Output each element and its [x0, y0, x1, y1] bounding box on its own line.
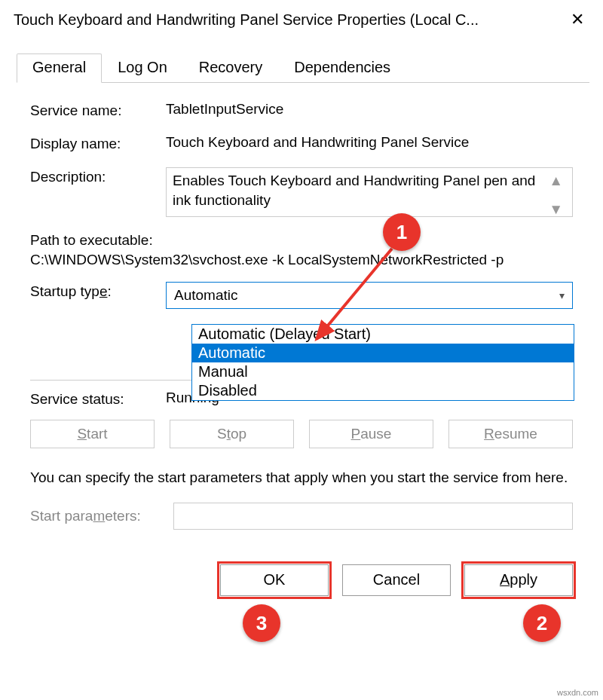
description-label: Description:: [30, 167, 166, 185]
tab-recovery[interactable]: Recovery: [183, 53, 278, 83]
startup-type-label: Startup type:: [30, 282, 166, 300]
dropdown-option-manual[interactable]: Manual: [192, 362, 574, 381]
startup-type-combo[interactable]: Automatic ▾: [166, 282, 573, 309]
close-icon[interactable]: ✕: [562, 11, 592, 28]
scroll-down-icon[interactable]: ▼: [549, 201, 563, 218]
cancel-button[interactable]: Cancel: [342, 564, 451, 596]
tab-general[interactable]: General: [17, 53, 102, 83]
start-button[interactable]: Start: [30, 420, 155, 448]
service-name-label: Service name:: [30, 101, 166, 119]
display-name-value: Touch Keyboard and Handwriting Panel Ser…: [166, 134, 573, 151]
dropdown-option-disabled[interactable]: Disabled: [192, 381, 574, 400]
ok-button[interactable]: OK: [220, 564, 329, 596]
description-box: Enables Touch Keyboard and Handwriting P…: [166, 167, 573, 217]
pause-button[interactable]: Pause: [309, 420, 433, 448]
scroll-up-icon[interactable]: ▲: [549, 173, 563, 189]
dialog-button-row: OK Cancel Apply: [0, 537, 603, 596]
display-name-label: Display name:: [30, 134, 166, 152]
start-parameters-label: Start parameters:: [30, 508, 173, 524]
service-status-label: Service status:: [30, 390, 166, 408]
dropdown-option-delayed[interactable]: Automatic (Delayed Start): [192, 325, 574, 344]
path-label: Path to executable:: [30, 232, 573, 249]
chevron-down-icon: ▾: [559, 289, 565, 301]
titlebar: Touch Keyboard and Handwriting Panel Ser…: [0, 0, 603, 36]
resume-button[interactable]: Resume: [448, 420, 573, 448]
stop-button[interactable]: Stop: [170, 420, 294, 448]
tab-strip: General Log On Recovery Dependencies: [17, 53, 589, 83]
startup-type-value: Automatic: [174, 287, 237, 304]
tab-content: Service name: TabletInputService Display…: [0, 83, 603, 530]
apply-button[interactable]: Apply: [464, 564, 573, 596]
path-value: C:\WINDOWS\System32\svchost.exe -k Local…: [30, 252, 573, 268]
annotation-1: 1: [383, 213, 421, 251]
annotation-2: 2: [523, 604, 561, 642]
startup-type-dropdown[interactable]: Automatic (Delayed Start) Automatic Manu…: [191, 324, 574, 401]
window-title: Touch Keyboard and Handwriting Panel Ser…: [14, 11, 479, 29]
start-parameters-input[interactable]: [173, 503, 573, 530]
tab-logon[interactable]: Log On: [102, 53, 183, 83]
description-text: Enables Touch Keyboard and Handwriting P…: [173, 171, 546, 209]
watermark: wsxdn.com: [557, 688, 598, 697]
annotation-3: 3: [243, 604, 280, 642]
service-name-value: TabletInputService: [166, 101, 573, 118]
dropdown-option-automatic[interactable]: Automatic: [192, 344, 574, 362]
description-scroll[interactable]: ▲ ▼: [546, 171, 566, 219]
help-text: You can specify the start parameters tha…: [30, 468, 573, 488]
tab-dependencies[interactable]: Dependencies: [278, 53, 406, 83]
